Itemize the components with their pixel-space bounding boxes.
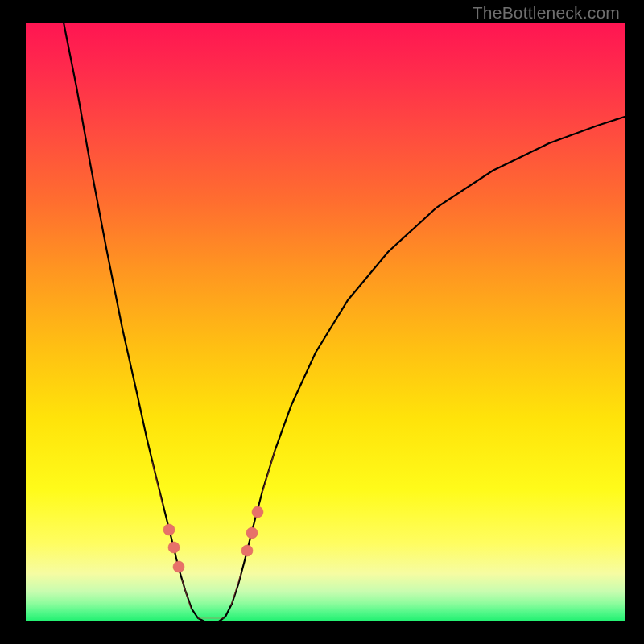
marker-dot: [246, 527, 258, 539]
marker-pill: [262, 449, 275, 493]
watermark-text: TheBottleneck.com: [473, 3, 620, 23]
marker-dot: [242, 545, 253, 556]
marker-group: [152, 449, 275, 618]
curve-right: [219, 117, 625, 621]
marker-pill: [182, 580, 191, 609]
marker-dot: [252, 506, 263, 518]
marker-dot: [173, 561, 184, 572]
curve-left: [64, 23, 204, 621]
marker-pill: [152, 462, 163, 506]
marker-pill: [231, 572, 242, 605]
chart-frame: [26, 23, 625, 621]
marker-dot: [168, 542, 180, 553]
chart-svg: [26, 23, 625, 621]
marker-dot: [163, 524, 175, 535]
